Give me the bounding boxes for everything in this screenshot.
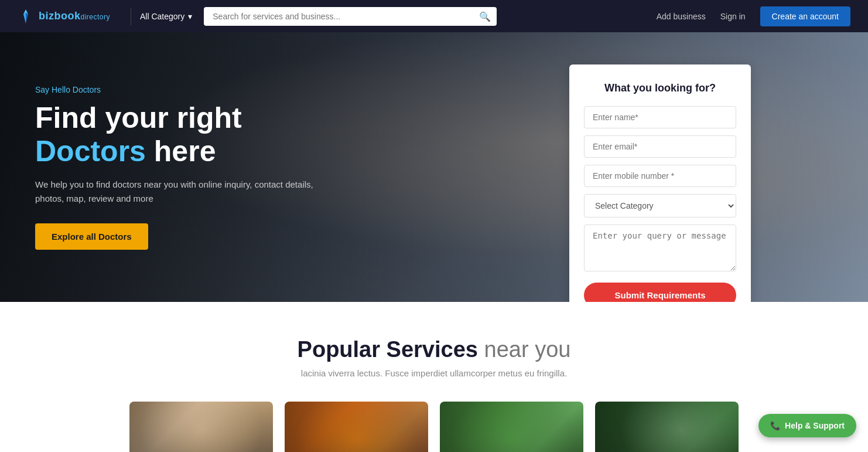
service-card-wedding[interactable]: Wedding halls Listings 01 xyxy=(129,402,273,452)
submit-requirements-button[interactable]: Submit Requirements xyxy=(584,283,736,302)
inquiry-form-title: What you looking for? xyxy=(584,82,736,94)
hero-tag: Say Hello Doctors xyxy=(35,85,328,94)
inquiry-name-input[interactable] xyxy=(584,106,736,128)
inquiry-category-select[interactable]: Select Category Doctors Hotels Pet Shop … xyxy=(584,194,736,217)
hero-section: Say Hello Doctors Find your right Doctor… xyxy=(0,32,868,302)
inquiry-form: What you looking for? Select Category Do… xyxy=(569,64,751,302)
help-support-button[interactable]: 📞 Help & Support xyxy=(758,414,856,437)
phone-icon: 📞 xyxy=(770,421,780,430)
card-bg-food xyxy=(285,402,428,452)
card-bg-pet xyxy=(440,402,583,452)
service-card-digital[interactable]: Digital Products Listings 31 xyxy=(595,402,739,452)
service-card-food[interactable]: Hotel & Food Listings 00 xyxy=(285,402,428,452)
services-section: Popular Services near you lacinia viverr… xyxy=(0,302,868,452)
create-account-button[interactable]: Create an account xyxy=(760,6,850,26)
inquiry-message-textarea[interactable] xyxy=(584,225,736,271)
search-icon[interactable]: 🔍 xyxy=(479,11,491,22)
explore-doctors-button[interactable]: Explore all Doctors xyxy=(35,223,148,250)
category-dropdown[interactable]: All Category ▾ xyxy=(140,12,192,21)
logo[interactable]: bizbookdirectory xyxy=(18,8,110,25)
logo-icon xyxy=(18,8,34,25)
inquiry-email-input[interactable] xyxy=(584,135,736,158)
card-bg-digital xyxy=(595,402,739,452)
service-card-pet[interactable]: Pet shop Listings 12 xyxy=(440,402,583,452)
sign-in-link[interactable]: Sign in xyxy=(720,12,746,21)
card-bg-wedding xyxy=(129,402,273,452)
add-business-link[interactable]: Add business xyxy=(657,12,706,21)
search-bar: 🔍 xyxy=(204,7,497,26)
services-subtitle: lacinia viverra lectus. Fusce imperdiet … xyxy=(47,368,821,378)
hero-content: Say Hello Doctors Find your right Doctor… xyxy=(0,32,363,302)
services-title: Popular Services near you xyxy=(47,337,821,362)
nav-links: Add business Sign in Create an account xyxy=(657,6,850,26)
services-grid: Wedding halls Listings 01 Hotel & Food L… xyxy=(47,402,821,452)
navbar: bizbookdirectory All Category ▾ 🔍 Add bu… xyxy=(0,0,868,32)
chevron-down-icon: ▾ xyxy=(188,12,192,21)
help-support-label: Help & Support xyxy=(785,421,845,430)
search-input[interactable] xyxy=(204,7,497,26)
hero-title: Find your right Doctors here xyxy=(35,101,328,169)
svg-marker-2 xyxy=(23,13,26,23)
inquiry-mobile-input[interactable] xyxy=(584,165,736,187)
logo-text: bizbookdirectory xyxy=(39,10,110,22)
nav-divider xyxy=(131,8,131,25)
hero-description: We help you to find doctors near you wit… xyxy=(35,178,328,206)
category-label: All Category xyxy=(140,12,184,21)
